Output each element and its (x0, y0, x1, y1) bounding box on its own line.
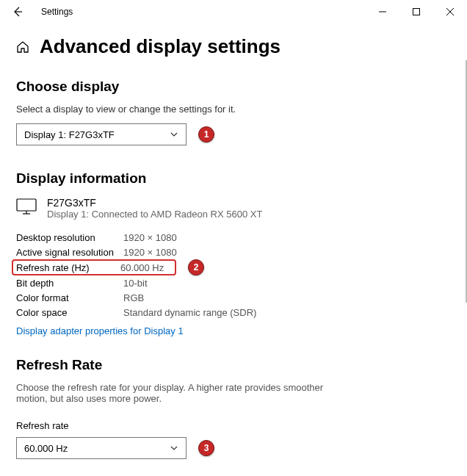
monitor-icon (16, 198, 37, 214)
info-key: Active signal resolution (16, 247, 123, 258)
info-row-bit-depth: Bit depth 10-bit (16, 275, 452, 290)
info-key: Refresh rate (Hz) (16, 262, 120, 273)
monitor-connection: Display 1: Connected to AMD Radeon RX 56… (47, 209, 262, 220)
chevron-down-icon (170, 444, 178, 452)
svg-rect-2 (413, 9, 420, 15)
info-row-desktop-resolution: Desktop resolution 1920 × 1080 (16, 230, 452, 245)
info-val: 10-bit (123, 278, 148, 289)
info-key: Color space (16, 307, 123, 318)
window-controls (366, 0, 467, 24)
page-title: Advanced display settings (40, 35, 280, 58)
minimize-icon (379, 8, 386, 15)
page-header: Advanced display settings (16, 35, 452, 58)
info-key: Bit depth (16, 278, 123, 289)
close-button[interactable] (433, 0, 467, 24)
refresh-rate-title: Refresh Rate (16, 357, 452, 373)
annotation-2: 2 (188, 259, 204, 275)
chevron-down-icon (170, 130, 178, 139)
info-val: 60.000 Hz (120, 262, 164, 273)
monitor-row: F27G3xTF Display 1: Connected to AMD Rad… (16, 197, 452, 220)
info-row-color-format: Color format RGB (16, 290, 452, 305)
title-bar: Settings (0, 0, 467, 24)
page-content: Advanced display settings Choose display… (0, 35, 467, 476)
display-info-grid: Desktop resolution 1920 × 1080 Active si… (16, 230, 452, 336)
info-val: 1920 × 1080 (123, 247, 177, 258)
monitor-name: F27G3xTF (47, 197, 262, 209)
minimize-button[interactable] (366, 0, 399, 24)
annotation-1: 1 (198, 126, 214, 143)
app-title: Settings (41, 7, 73, 17)
close-icon (446, 8, 454, 15)
choose-display-title: Choose display (16, 79, 452, 95)
info-row-refresh-rate: Refresh rate (Hz) 60.000 Hz (12, 259, 176, 275)
refresh-rate-helper: Choose the refresh rate for your display… (16, 382, 332, 404)
info-row-color-space: Color space Standard dynamic range (SDR) (16, 305, 452, 320)
adapter-properties-link[interactable]: Display adapter properties for Display 1 (16, 325, 184, 336)
info-val: 1920 × 1080 (123, 232, 177, 243)
maximize-icon (413, 8, 420, 15)
svg-rect-5 (17, 199, 36, 211)
refresh-rate-dropdown[interactable]: 60.000 Hz (16, 437, 187, 459)
info-val: RGB (123, 292, 144, 303)
display-select-dropdown[interactable]: Display 1: F27G3xTF (16, 123, 187, 145)
arrow-left-icon (12, 6, 23, 18)
display-info-title: Display information (16, 170, 452, 187)
annotation-3: 3 (198, 440, 214, 456)
info-key: Color format (16, 292, 123, 303)
home-icon[interactable] (16, 40, 29, 54)
choose-display-helper: Select a display to view or change the s… (16, 104, 452, 115)
info-val: Standard dynamic range (SDR) (123, 307, 256, 318)
maximize-button[interactable] (399, 0, 433, 24)
info-row-active-signal-resolution: Active signal resolution 1920 × 1080 (16, 245, 452, 259)
back-button[interactable] (3, 0, 32, 24)
display-select-value: Display 1: F27G3xTF (24, 129, 115, 140)
info-key: Desktop resolution (16, 232, 123, 243)
refresh-rate-field-label: Refresh rate (16, 420, 452, 431)
refresh-rate-value: 60.000 Hz (24, 443, 68, 454)
